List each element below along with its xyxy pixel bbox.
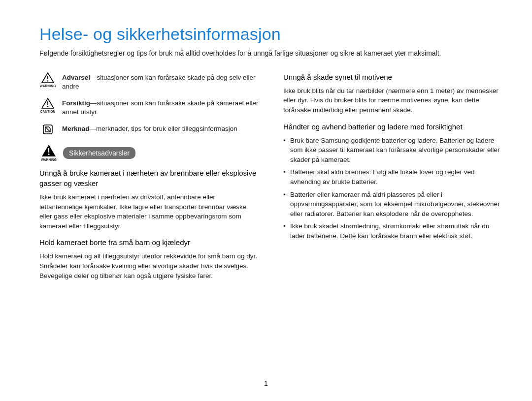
- page-title: Helse- og sikkerhetsinformasjon: [39, 25, 502, 44]
- right-heading-1: Håndter og avhend batterier og ladere me…: [283, 122, 502, 132]
- warning-sublabel: WARNING: [40, 84, 56, 88]
- svg-point-10: [48, 154, 50, 155]
- list-item: Batterier eller kameraer må aldri plasse…: [283, 190, 502, 219]
- note-icon: [39, 123, 56, 135]
- legend-note: Merknad—merknader, tips for bruk eller t…: [39, 123, 259, 135]
- intro-text: Følgende forsiktighetsregler og tips for…: [39, 49, 502, 59]
- list-item: Batterier skal aldri brennes. Følg alle …: [283, 167, 502, 186]
- legend-note-text: Merknad—merknader, tips for bruk eller t…: [62, 123, 237, 133]
- warning-badge-icon: WARNING: [39, 144, 58, 161]
- safety-badge-row: WARNING Sikkerhetsadvarsler: [39, 144, 259, 161]
- list-item: Ikke bruk skadet strømledning, strømkont…: [283, 221, 502, 241]
- right-body-0: Ikke bruk blits når du tar nærbilder (næ…: [283, 86, 502, 115]
- right-heading-0: Unngå å skade synet til motivene: [283, 72, 502, 82]
- left-heading-1: Hold kameraet borte fra små barn og kjæl…: [39, 238, 259, 247]
- left-body-0: Ikke bruk kameraet i nærheten av drivsto…: [39, 192, 259, 231]
- right-bullets-1: Bruk bare Samsung-godkjente batterier og…: [283, 136, 502, 241]
- left-heading-0: Unngå å bruke kameraet i nærheten av bre…: [39, 168, 259, 188]
- caution-triangle-icon: CAUTION: [39, 98, 56, 113]
- list-item: Bruk bare Samsung-godkjente batterier og…: [283, 136, 502, 165]
- legend-warning: WARNING Advarsel—situasjoner som kan for…: [39, 72, 259, 91]
- warning-badge-sublabel: WARNING: [41, 158, 56, 161]
- content-columns: WARNING Advarsel—situasjoner som kan for…: [39, 72, 502, 288]
- legend-caution-text: Forsiktig—situasjoner som kan forårsake …: [62, 98, 259, 117]
- page-number: 1: [264, 379, 268, 387]
- warning-triangle-icon: WARNING: [39, 72, 56, 88]
- legend-caution: CAUTION Forsiktig—situasjoner som kan fo…: [39, 98, 259, 117]
- left-body-1: Hold kameraet og alt tilleggsutstyr uten…: [39, 251, 259, 280]
- svg-point-2: [47, 80, 48, 81]
- svg-point-5: [47, 106, 48, 107]
- left-column: WARNING Advarsel—situasjoner som kan for…: [39, 72, 259, 288]
- right-column: Unngå å skade synet til motivene Ikke br…: [283, 72, 502, 288]
- legend-warning-text: Advarsel—situasjoner som kan forårsake s…: [62, 72, 259, 91]
- caution-sublabel: CAUTION: [40, 110, 55, 113]
- safety-badge: Sikkerhetsadvarsler: [63, 147, 135, 159]
